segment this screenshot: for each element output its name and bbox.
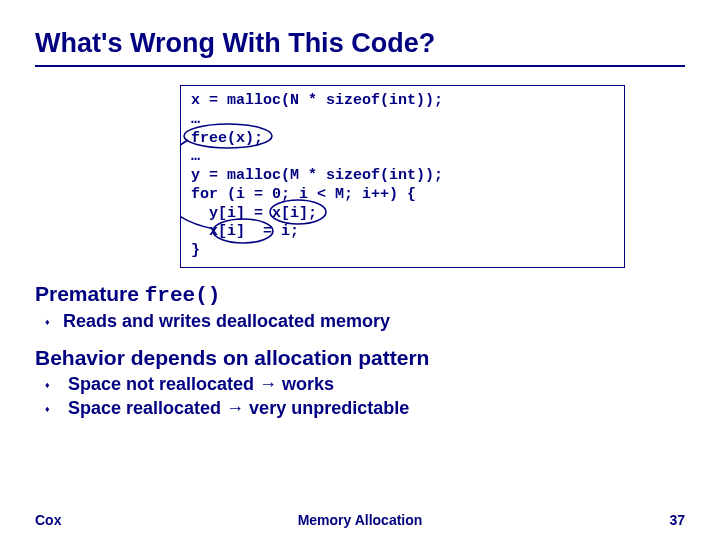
bullet-pre: Space not reallocated bbox=[68, 374, 259, 394]
bullet-list: Space not reallocated → works Space real… bbox=[35, 374, 685, 419]
list-item: Space not reallocated → works bbox=[63, 374, 685, 395]
code-line: … bbox=[191, 111, 200, 128]
slide-footer: Cox Memory Allocation 37 bbox=[0, 512, 720, 528]
slide-title: What's Wrong With This Code? bbox=[35, 28, 685, 59]
section-heading-premature: Premature free() bbox=[35, 282, 685, 307]
arrow-icon: → bbox=[259, 374, 277, 394]
heading-text: Premature bbox=[35, 282, 145, 305]
code-line: } bbox=[191, 242, 200, 259]
heading-code: free() bbox=[145, 284, 221, 307]
footer-center: Memory Allocation bbox=[0, 512, 720, 528]
code-block-wrapper: x = malloc(N * sizeof(int)); … free(x); … bbox=[180, 85, 625, 268]
bullet-list: Reads and writes deallocated memory bbox=[35, 311, 685, 332]
code-line: x = malloc(N * sizeof(int)); bbox=[191, 92, 443, 109]
bullet-pre: Space reallocated bbox=[68, 398, 226, 418]
code-line: y[i] = x[i]; bbox=[191, 205, 317, 222]
code-line: for (i = 0; i < M; i++) { bbox=[191, 186, 416, 203]
code-block: x = malloc(N * sizeof(int)); … free(x); … bbox=[180, 85, 625, 268]
section-heading-behavior: Behavior depends on allocation pattern bbox=[35, 346, 685, 370]
slide: What's Wrong With This Code? x = malloc(… bbox=[0, 0, 720, 540]
code-line: y = malloc(M * sizeof(int)); bbox=[191, 167, 443, 184]
code-line: x[i] = i; bbox=[191, 223, 299, 240]
arrow-icon: → bbox=[226, 398, 244, 418]
code-line: … bbox=[191, 148, 200, 165]
bullet-post: works bbox=[277, 374, 334, 394]
title-rule bbox=[35, 65, 685, 67]
list-item: Space reallocated → very unpredictable bbox=[63, 398, 685, 419]
slide-body: Premature free() Reads and writes deallo… bbox=[35, 282, 685, 419]
list-item: Reads and writes deallocated memory bbox=[63, 311, 685, 332]
code-line: free(x); bbox=[191, 130, 263, 147]
bullet-post: very unpredictable bbox=[244, 398, 409, 418]
